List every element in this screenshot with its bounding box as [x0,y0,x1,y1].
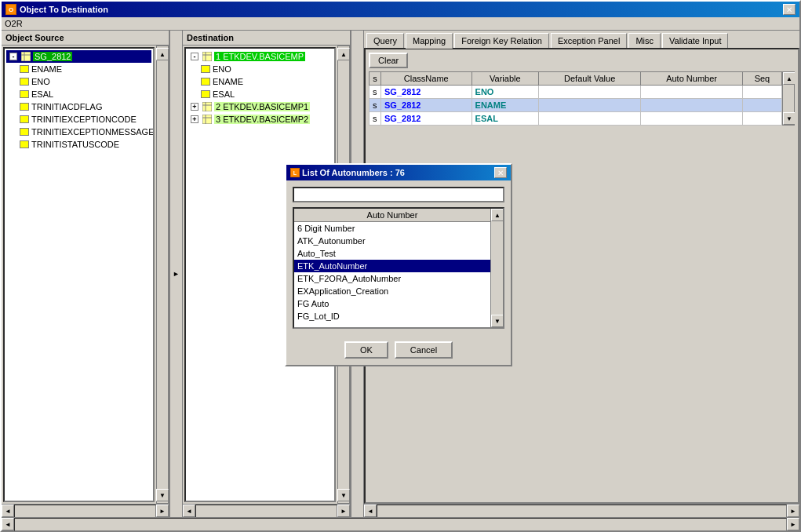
dest-hscroll-left[interactable]: ◄ [183,505,195,517]
left-vscroll[interactable]: ▲ ▼ [156,46,169,504]
list-header: Auto Number [294,209,490,222]
clear-button[interactable]: Clear [369,53,408,68]
leaf-icon-esal [19,89,30,100]
list-scrollbar[interactable]: ▲ ▼ [490,209,503,327]
left-hscroll-track [14,505,156,518]
dest-item-1-esal[interactable]: ESAL [188,88,333,100]
tab-misc[interactable]: Misc [628,33,661,48]
mapping-vscroll[interactable]: ▲ ▼ [782,71,795,126]
list-item[interactable]: Auto_Test [294,247,490,260]
table-row[interactable]: s SG_2812 ENAME [370,99,782,112]
dest-item-3[interactable]: + 3 ETKDEV.BASICEMP2 [188,113,333,126]
list-item[interactable]: 6 Digit Number [294,222,490,235]
esal-label: ESAL [31,89,53,99]
row2-seq [742,99,781,112]
dest-item-1-ename[interactable]: ENAME [188,75,333,88]
right-hscroll-left[interactable]: ◄ [364,505,377,517]
right-hscroll-right[interactable]: ► [787,505,799,517]
ok-button[interactable]: OK [344,341,388,359]
dialog-close-button[interactable]: ✕ [494,167,507,178]
sg2812-label: SG_2812 [33,52,72,61]
bottom-scroll-right[interactable]: ► [787,518,799,530]
list-scroll-down[interactable]: ▼ [491,315,504,327]
list-scroll-track [491,221,503,315]
tree-item-ename[interactable]: ENAME [6,63,151,75]
list-item[interactable]: ATK_Autonumber [294,235,490,247]
tab-exception-panel[interactable]: Exception Panel [551,33,628,48]
mapping-scroll-up[interactable]: ▲ [783,72,795,85]
dest-item-1[interactable]: - 1 ETKDEV.BASICEMP [188,50,333,63]
dest-leaf-icon-eno [200,64,211,75]
window-close-button[interactable]: ✕ [783,4,796,15]
tree-item-eno[interactable]: ENO [6,75,151,88]
tab-mapping[interactable]: Mapping [406,33,453,49]
dest-item-2[interactable]: + 2 ETKDEV.BASICEMP1 [188,100,333,113]
dest-table-icon2 [202,101,213,112]
tree-item-sg2812[interactable]: - SG_2812 [6,50,151,63]
dest-expand-icon2: + [189,101,200,112]
leaf-icon-triniti2 [19,114,30,125]
cancel-button[interactable]: Cancel [395,341,453,359]
row1-autonumber[interactable] [641,86,743,99]
menu-o2r[interactable]: O2R [5,19,23,28]
dest-hscroll-right[interactable]: ► [337,505,350,517]
dest-leaf-icon-ename [200,76,211,87]
autonumber-list-inner: Auto Number 6 Digit Number ATK_Autonumbe… [294,209,490,327]
list-item[interactable]: ETK_F2ORA_AutoNumber [294,272,490,285]
table-icon [20,51,31,62]
window-icon: O [5,4,16,15]
mapping-scroll-down[interactable]: ▼ [783,112,795,125]
dest-scroll-down[interactable]: ▼ [337,489,350,501]
tree-item-trinitistatuscode[interactable]: TRINITISTATUSCODE [6,138,151,151]
table-row[interactable]: s SG_2812 ENO [370,86,782,99]
dest-item-1-eno[interactable]: ENO [188,63,333,75]
tab-query[interactable]: Query [366,33,404,48]
list-scroll-up[interactable]: ▲ [491,209,504,221]
left-scroll-up[interactable]: ▲ [156,48,169,60]
leaf-icon-triniti3 [19,126,30,137]
tree-item-trinitiacdflag[interactable]: TRINITIACDFLAG [6,100,151,113]
right-hscroll-track [377,505,787,517]
list-item[interactable]: FG_Lot_ID [294,310,490,322]
splitter-arrow-right: ► [173,270,180,278]
row1-default[interactable] [539,86,641,99]
dialog-title-text: List Of Autonumbers : 76 [302,168,405,177]
table-row[interactable]: s SG_2812 ESAL [370,112,782,126]
col-s: s [370,72,381,86]
row2-classname: SG_2812 [381,99,472,112]
dialog-icon: L [290,168,300,177]
row3-variable: ESAL [471,112,539,126]
svg-rect-9 [202,115,212,124]
trinitiacdflag-label: TRINITIACDFLAG [31,102,102,111]
title-bar: O Object To Destination ✕ [2,2,799,17]
left-content-wrapper: - SG_2812 ENAME [2,46,169,504]
list-item-selected[interactable]: ETK_AutoNumber [294,260,490,272]
tab-validate-input[interactable]: Validate Input [662,33,728,48]
left-scroll-down[interactable]: ▼ [156,489,169,501]
tree-item-trinitiexceptionmessage[interactable]: TRINITIEXCEPTIONMESSAGE [6,126,151,138]
left-hscroll-left[interactable]: ◄ [2,505,14,517]
row2-default[interactable] [539,99,641,112]
bottom-scroll-left[interactable]: ◄ [2,518,14,530]
tree-item-esal[interactable]: ESAL [6,88,151,100]
dest-hscroll-area: ◄ ► [183,504,350,517]
col-auto-number: Auto Number [641,72,743,86]
autonumber-search-input[interactable] [293,187,504,202]
row3-autonumber[interactable] [641,112,743,126]
col-default-value: Default Value [539,72,641,86]
row3-default[interactable] [539,112,641,126]
row1-variable: ENO [471,86,539,99]
tab-foreign-key-relation[interactable]: Foreign Key Relation [454,33,549,48]
dialog-footer: OK Cancel [286,335,511,365]
autonumber-dialog: L List Of Autonumbers : 76 ✕ Auto Number… [285,163,512,366]
list-item[interactable]: FG Auto [294,297,490,310]
row2-autonumber[interactable] [641,99,743,112]
object-source-tree[interactable]: - SG_2812 ENAME [3,47,155,502]
tabs-bar: Query Mapping Foreign Key Relation Excep… [364,31,799,48]
list-item[interactable]: EXApplication_Creation [294,285,490,297]
tree-item-trinitiexceptioncode[interactable]: TRINITIEXCEPTIONCODE [6,113,151,126]
left-hscroll-right[interactable]: ► [156,505,169,517]
dest-table-icon3 [202,114,213,125]
dest-scroll-up[interactable]: ▲ [337,48,350,60]
leaf-icon-triniti [19,101,30,112]
